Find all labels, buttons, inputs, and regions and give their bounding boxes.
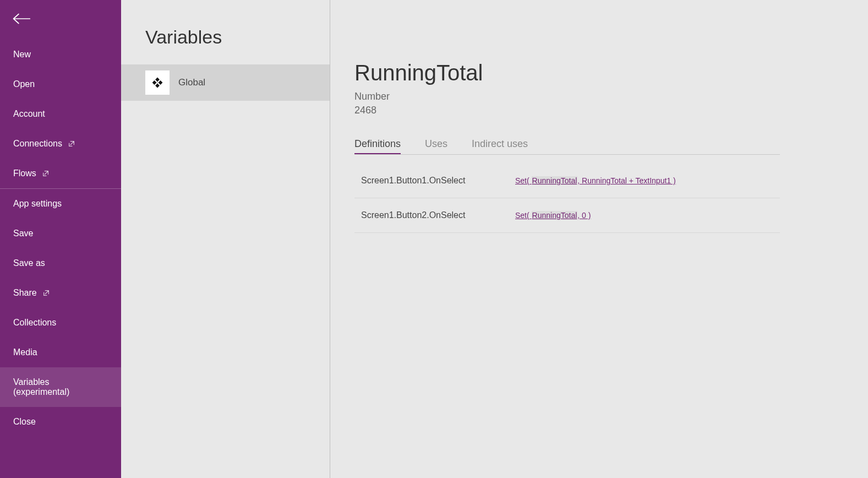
definition-formula-link[interactable]: Set( RunningTotal, 0 ) bbox=[515, 211, 591, 220]
svg-rect-3 bbox=[155, 84, 160, 88]
nav-item-close[interactable]: Close bbox=[0, 407, 121, 437]
nav-item-media[interactable]: Media bbox=[0, 338, 121, 367]
external-link-icon bbox=[42, 170, 50, 177]
nav-item-open[interactable]: Open bbox=[0, 69, 121, 99]
nav-item-share[interactable]: Share bbox=[0, 278, 121, 308]
external-link-icon bbox=[68, 140, 75, 148]
nav-item-flows[interactable]: Flows bbox=[0, 159, 121, 188]
nav-item-label: Open bbox=[13, 79, 35, 89]
definition-row: Screen1.Button1.OnSelectSet( RunningTota… bbox=[354, 164, 780, 198]
variable-value: 2468 bbox=[354, 105, 780, 116]
nav-item-label: Save as bbox=[13, 258, 45, 268]
external-link-icon bbox=[42, 289, 50, 297]
nav-item-label: New bbox=[13, 50, 31, 59]
formula-highlight: RunningTotal bbox=[532, 211, 578, 220]
nav-item-label: App settings bbox=[13, 199, 62, 209]
nav-item-label: Account bbox=[13, 109, 45, 119]
definition-row: Screen1.Button2.OnSelectSet( RunningTota… bbox=[354, 198, 780, 233]
variable-detail-pane: RunningTotal Number 2468 DefinitionsUses… bbox=[330, 0, 868, 478]
definitions-table: Screen1.Button1.OnSelectSet( RunningTota… bbox=[354, 164, 780, 233]
formula-text: Set( bbox=[515, 176, 532, 185]
formula-highlight: RunningTotal bbox=[532, 176, 578, 185]
variable-type: Number bbox=[354, 91, 780, 102]
back-arrow-icon bbox=[12, 11, 31, 26]
scope-item-global[interactable]: Global bbox=[121, 64, 330, 101]
tab-definitions[interactable]: Definitions bbox=[354, 138, 401, 154]
file-menu-sidebar: NewOpenAccountConnectionsFlowsApp settin… bbox=[0, 0, 121, 478]
formula-text: Set( bbox=[515, 211, 532, 220]
nav-item-save[interactable]: Save bbox=[0, 219, 121, 248]
nav-item-new[interactable]: New bbox=[0, 40, 121, 69]
nav-item-label: Collections bbox=[13, 318, 56, 328]
definition-location: Screen1.Button1.OnSelect bbox=[361, 176, 515, 186]
nav-item-label: Flows bbox=[13, 169, 36, 178]
global-scope-icon bbox=[145, 70, 170, 95]
variables-scope-panel: Variables Global bbox=[121, 0, 330, 478]
back-button[interactable] bbox=[0, 0, 121, 40]
svg-rect-1 bbox=[152, 80, 157, 85]
nav-item-label: Variables (experimental) bbox=[13, 377, 108, 397]
formula-text: , 0 ) bbox=[577, 211, 591, 220]
nav-item-label: Close bbox=[13, 417, 36, 427]
variable-name: RunningTotal bbox=[354, 61, 780, 85]
tab-indirect-uses[interactable]: Indirect uses bbox=[472, 138, 528, 154]
panel-title: Variables bbox=[121, 0, 330, 64]
nav-item-connections[interactable]: Connections bbox=[0, 129, 121, 159]
nav-item-label: Connections bbox=[13, 139, 62, 149]
svg-rect-0 bbox=[155, 78, 160, 82]
scope-label: Global bbox=[178, 77, 205, 88]
nav-item-variables-experimental[interactable]: Variables (experimental) bbox=[0, 367, 121, 407]
svg-rect-2 bbox=[159, 80, 163, 85]
nav-item-label: Media bbox=[13, 347, 37, 357]
nav-item-save-as[interactable]: Save as bbox=[0, 248, 121, 278]
nav-item-collections[interactable]: Collections bbox=[0, 308, 121, 338]
tab-uses[interactable]: Uses bbox=[425, 138, 447, 154]
definition-formula-link[interactable]: Set( RunningTotal, RunningTotal + TextIn… bbox=[515, 176, 676, 185]
formula-text: , RunningTotal + TextInput1 ) bbox=[577, 176, 675, 185]
nav-item-label: Share bbox=[13, 288, 37, 298]
nav-item-account[interactable]: Account bbox=[0, 99, 121, 129]
definition-location: Screen1.Button2.OnSelect bbox=[361, 210, 515, 220]
variable-tabs: DefinitionsUsesIndirect uses bbox=[354, 138, 780, 155]
nav-item-label: Save bbox=[13, 229, 33, 238]
nav-item-app-settings[interactable]: App settings bbox=[0, 189, 121, 219]
